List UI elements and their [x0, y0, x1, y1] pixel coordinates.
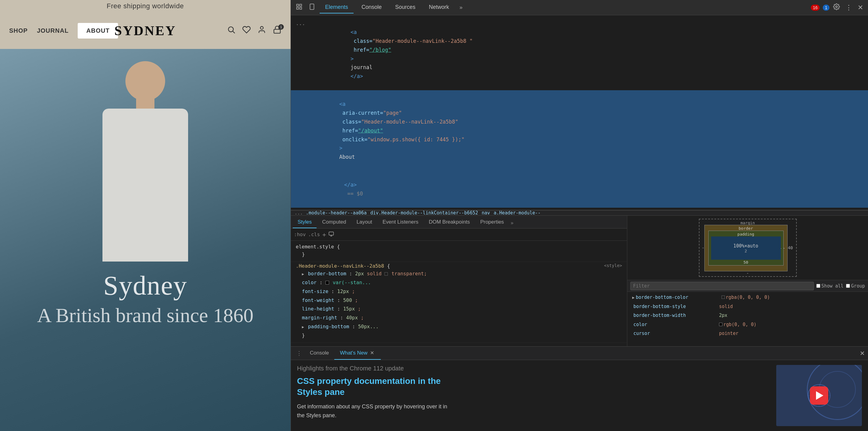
search-button[interactable] [227, 25, 236, 36]
element-style-selector: element.style { [296, 244, 622, 250]
content-layer: 100%×auto 2 [711, 237, 781, 260]
header-module-style-block: <style> .Header-module--navLink--2a5b8 {… [291, 262, 627, 343]
style-block-close: } [296, 331, 622, 340]
settings-button[interactable] [831, 2, 842, 13]
tab-sources[interactable]: Sources [390, 2, 421, 13]
prop-color: color : var(--stan... [296, 278, 622, 287]
bottom-tab-dots[interactable]: ⋮ [294, 349, 304, 358]
site-nav-right: 1 [227, 25, 281, 36]
breadcrumb-a[interactable]: a.Header-module-- [494, 210, 541, 216]
panel-tabs-more[interactable]: » [509, 218, 515, 228]
tab-computed[interactable]: Computed [317, 217, 351, 228]
prop-font-weight: font-weight : 500 ; [296, 296, 622, 305]
tag-a-1: <a [350, 29, 356, 35]
show-all-checkbox[interactable] [816, 284, 820, 288]
color-swatch-black[interactable] [326, 281, 329, 284]
add-style-button[interactable]: + [322, 231, 326, 238]
tab-network[interactable]: Network [423, 2, 455, 13]
svg-rect-4 [297, 4, 299, 6]
whats-new-tab-close[interactable]: ✕ [369, 349, 375, 357]
hov-button[interactable]: :hov [294, 232, 306, 237]
styles-panel: Styles Computed Layout Event Listeners D… [291, 216, 627, 346]
breadcrumb-dots: ... [294, 210, 303, 216]
element-style-close: } [296, 250, 622, 259]
padding-label: padding [737, 232, 754, 237]
element-style-block: element.style { } [291, 243, 627, 262]
tab-elements[interactable]: Elements [320, 2, 353, 13]
ellipsis-1: ... [296, 19, 305, 28]
filter-prop-cursor: cursor [633, 330, 719, 338]
tab-layout[interactable]: Layout [352, 217, 377, 228]
nav-about[interactable]: ABOUT [78, 23, 118, 38]
right-panel: margin 40 - - border - padding [627, 216, 868, 346]
svg-rect-7 [300, 7, 302, 9]
filter-prop-border-bottom-width: border-bottom-width [633, 312, 719, 320]
more-tabs-button[interactable]: » [457, 3, 465, 12]
filter-row-cursor: cursor pointer [627, 329, 868, 338]
group-label[interactable]: Group [846, 283, 865, 289]
whats-new-title: CSS property documentation in the Styles… [297, 376, 450, 398]
html-line-4: </nav> [291, 208, 868, 210]
devtools-panel: Elements Console Sources Network » 16 1 … [290, 0, 868, 431]
styles-toolbar: :hov .cls + [291, 228, 627, 241]
bottom-tab-bar: ⋮ Console What's New ✕ ✕ [291, 346, 868, 360]
whats-new-thumbnail[interactable] [776, 365, 862, 426]
filter-swatch-black[interactable] [719, 323, 722, 326]
inspect-element-button[interactable] [294, 2, 304, 13]
nav-journal[interactable]: JOURNAL [37, 27, 69, 34]
tab-styles[interactable]: Styles [293, 217, 316, 228]
html-line-1: ... <a class="Header-module--navLink--2a… [291, 18, 868, 90]
bottom-close-all-button[interactable]: ✕ [860, 350, 865, 357]
breadcrumb-nav[interactable]: nav [482, 210, 490, 216]
style-source-link[interactable]: <style> [604, 263, 622, 268]
hero-subtitle: A British brand since 1860 [0, 304, 290, 327]
html-tree: ... <a class="Header-module--navLink--2a… [291, 15, 868, 210]
show-all-label[interactable]: Show all [816, 283, 843, 289]
show-all-text: Show all [822, 283, 843, 289]
tab-dom-breakpoints[interactable]: DOM Breakpoints [424, 217, 475, 228]
hero-text: Sydney A British brand since 1860 [0, 271, 290, 327]
topbar-text: Free shipping worldwide [107, 2, 184, 10]
youtube-play-button[interactable] [810, 386, 828, 405]
site-logo: SYDNEY [114, 23, 176, 38]
tab-event-listeners[interactable]: Event Listeners [378, 217, 423, 228]
filter-swatch-transparent[interactable] [721, 296, 725, 299]
filter-row-border-bottom-color: ▶ border-bottom-color rgba(0, 0, 0, 0) [627, 293, 868, 302]
wishlist-button[interactable] [242, 25, 251, 36]
prop-margin-right: margin-right : 40px ; [296, 313, 622, 322]
filter-val-cursor: pointer [719, 330, 738, 338]
whats-new-tab-label: What's New [340, 350, 367, 356]
panel-tabs: Styles Computed Layout Event Listeners D… [291, 216, 627, 228]
filter-expand-border-bottom-color[interactable]: ▶ [632, 294, 634, 301]
devtools-toolbar: Elements Console Sources Network » 16 1 … [291, 0, 868, 15]
header-module-selector: <style> .Header-module--navLink--2a5b8 { [296, 263, 622, 269]
group-text: Group [851, 283, 865, 289]
filter-panel: Show all Group ▶ border-bottom-color rgb [627, 280, 868, 346]
tab-properties[interactable]: Properties [475, 217, 508, 228]
group-checkbox[interactable] [846, 284, 850, 288]
site-nav-left: SHOP JOURNAL ABOUT [9, 23, 118, 38]
bottom-tab-whats-new[interactable]: What's New ✕ [334, 347, 381, 360]
transparent-swatch[interactable] [384, 272, 388, 276]
devtools-toolbar-right: 16 1 ⋮ ✕ [810, 2, 865, 13]
html-line-3: </a> == $0 [291, 171, 868, 208]
device-toolbar-button[interactable] [307, 2, 317, 13]
box-model-diagram: margin 40 - - border - padding [699, 219, 797, 277]
filter-val-border-bottom-style: solid [719, 303, 733, 311]
filter-val-color: rgb(0, 0, 0) [723, 321, 756, 329]
devtools-main: ... <a class="Header-module--navLink--2a… [291, 15, 868, 431]
close-devtools-button[interactable]: ✕ [856, 2, 865, 13]
cart-button[interactable]: 1 [273, 25, 281, 36]
tab-console[interactable]: Console [356, 2, 387, 13]
nav-shop[interactable]: SHOP [9, 27, 28, 34]
filter-input[interactable] [630, 282, 814, 290]
refresh-style-button[interactable] [329, 231, 334, 238]
account-button[interactable] [257, 25, 266, 36]
prop-expand-border[interactable]: ▶ [302, 272, 304, 276]
breadcrumb-div[interactable]: div.Header-module--linkContainer--b6652 [370, 210, 478, 216]
bottom-tab-console[interactable]: Console [304, 347, 334, 360]
cls-button[interactable]: .cls [308, 232, 320, 237]
prop-expand-padding[interactable]: ▶ [302, 325, 304, 329]
more-options-button[interactable]: ⋮ [843, 2, 854, 13]
breadcrumb-header[interactable]: .module--header--aa06a [306, 210, 367, 216]
